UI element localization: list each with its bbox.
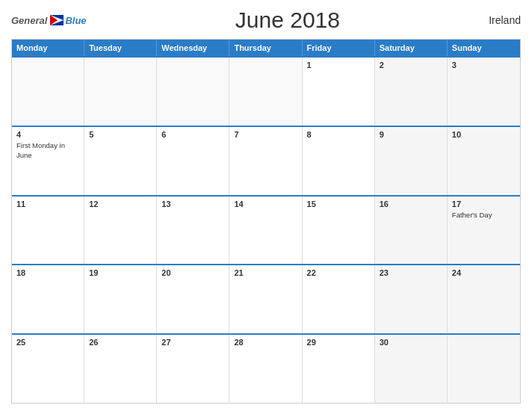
- calendar-cell: 10: [448, 127, 520, 195]
- calendar: MondayTuesdayWednesdayThursdayFridaySatu…: [11, 39, 521, 404]
- calendar-cell: 6: [157, 127, 229, 195]
- calendar-week: 18192021222324: [12, 264, 520, 333]
- day-number: 13: [161, 200, 224, 208]
- day-number: 12: [89, 200, 152, 208]
- calendar-cell: 4First Monday in June: [12, 127, 84, 195]
- calendar-week: 11121314151617Father's Day: [12, 195, 520, 265]
- header-day: Thursday: [229, 40, 302, 56]
- calendar-cell: 25: [12, 335, 84, 403]
- calendar-cell: 28: [229, 335, 302, 403]
- calendar-cell: 27: [157, 335, 229, 403]
- calendar-cell: 1: [303, 58, 375, 126]
- calendar-cell: [157, 58, 229, 126]
- day-number: 30: [380, 338, 442, 347]
- day-number: 5: [89, 130, 152, 139]
- calendar-cell: 26: [84, 335, 157, 403]
- day-number: 14: [234, 200, 297, 208]
- day-number: 7: [234, 130, 297, 139]
- day-number: 25: [16, 338, 79, 347]
- day-number: 29: [307, 338, 370, 347]
- header-day: Monday: [12, 40, 84, 56]
- day-number: 10: [452, 130, 516, 139]
- event-label: First Monday in June: [16, 141, 65, 159]
- calendar-cell: 11: [12, 197, 84, 265]
- calendar-week: 123: [12, 56, 520, 126]
- calendar-cell: 21: [229, 265, 302, 333]
- calendar-title: June 2018: [235, 7, 340, 33]
- calendar-cell: [84, 58, 157, 126]
- calendar-cell: 15: [303, 197, 375, 265]
- header-day: Sunday: [448, 40, 520, 56]
- logo-flag-icon: [50, 15, 64, 25]
- calendar-cell: 17Father's Day: [448, 197, 520, 265]
- day-number: 18: [16, 268, 79, 277]
- day-number: 23: [380, 268, 442, 277]
- day-number: 15: [307, 200, 370, 208]
- calendar-cell: 2: [375, 58, 448, 126]
- day-number: 9: [380, 130, 442, 139]
- day-number: 26: [89, 338, 152, 347]
- day-number: 16: [380, 200, 442, 208]
- day-number: 19: [89, 268, 152, 277]
- logo: General Blue: [11, 15, 87, 26]
- header-day: Friday: [303, 40, 375, 56]
- day-number: 11: [16, 200, 79, 208]
- calendar-cell: 9: [375, 127, 448, 195]
- day-number: 8: [307, 130, 370, 139]
- day-number: 17: [452, 200, 516, 208]
- header-day: Wednesday: [157, 40, 229, 56]
- calendar-cell: 22: [303, 265, 375, 333]
- calendar-week: 252627282930: [12, 333, 520, 403]
- calendar-cell: 12: [84, 197, 157, 265]
- calendar-cell: 7: [229, 127, 302, 195]
- logo-general: General: [11, 15, 47, 26]
- calendar-cell: 5: [84, 127, 157, 195]
- header: General Blue June 2018 Ireland: [11, 7, 521, 33]
- calendar-cell: 19: [84, 265, 157, 333]
- day-number: 2: [380, 61, 442, 69]
- calendar-cell: [12, 58, 84, 126]
- calendar-cell: 14: [229, 197, 302, 265]
- day-number: 3: [452, 61, 516, 69]
- header-day: Saturday: [375, 40, 448, 56]
- calendar-cell: 30: [375, 335, 448, 403]
- day-number: 6: [161, 130, 224, 139]
- calendar-cell: 23: [375, 265, 448, 333]
- day-number: 1: [307, 61, 370, 69]
- calendar-cell: 20: [157, 265, 229, 333]
- country-label: Ireland: [489, 14, 521, 26]
- day-number: 27: [161, 338, 224, 347]
- calendar-cell: 24: [448, 265, 520, 333]
- logo-blue: Blue: [65, 15, 86, 26]
- calendar-cell: [229, 58, 302, 126]
- calendar-cell: [448, 335, 520, 403]
- calendar-cell: 18: [12, 265, 84, 333]
- day-number: 20: [161, 268, 224, 277]
- calendar-week: 4First Monday in June5678910: [12, 126, 520, 195]
- day-number: 28: [234, 338, 297, 347]
- day-number: 4: [16, 130, 79, 139]
- header-day: Tuesday: [84, 40, 157, 56]
- calendar-header: MondayTuesdayWednesdayThursdayFridaySatu…: [12, 40, 520, 56]
- day-number: 24: [452, 268, 516, 277]
- day-number: 22: [307, 268, 370, 277]
- calendar-page: General Blue June 2018 Ireland MondayTue…: [0, 0, 532, 411]
- calendar-cell: 8: [303, 127, 375, 195]
- calendar-cell: 13: [157, 197, 229, 265]
- event-label: Father's Day: [452, 211, 492, 219]
- calendar-cell: 29: [303, 335, 375, 403]
- calendar-body: 1234First Monday in June5678910111213141…: [12, 56, 520, 403]
- calendar-cell: 16: [375, 197, 448, 265]
- day-number: 21: [234, 268, 297, 277]
- calendar-cell: 3: [448, 58, 520, 126]
